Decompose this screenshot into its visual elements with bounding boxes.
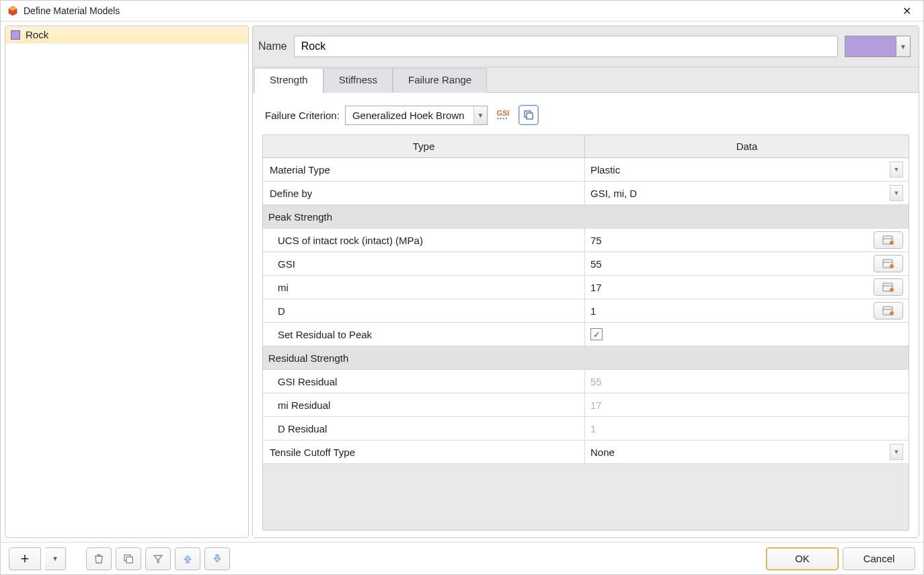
material-type-value[interactable]: Plastic bbox=[590, 164, 886, 176]
ucs-edit-button[interactable] bbox=[874, 231, 903, 249]
svg-point-6 bbox=[890, 241, 894, 245]
filter-button[interactable] bbox=[145, 547, 171, 570]
close-icon[interactable]: ✕ bbox=[897, 3, 917, 19]
column-header-data: Data bbox=[585, 135, 909, 158]
material-list[interactable]: Rock bbox=[5, 26, 249, 538]
cancel-button[interactable]: Cancel bbox=[843, 547, 915, 570]
material-item-label: Rock bbox=[26, 29, 48, 40]
tab-strength[interactable]: Strength bbox=[254, 68, 323, 93]
chevron-down-icon[interactable]: ▼ bbox=[896, 36, 911, 57]
svg-point-15 bbox=[890, 311, 894, 315]
chevron-down-icon[interactable]: ▼ bbox=[890, 161, 903, 178]
window-title: Define Material Models bbox=[24, 5, 120, 16]
material-item-rock[interactable]: Rock bbox=[5, 26, 248, 44]
mi-value[interactable]: 17 bbox=[590, 282, 870, 293]
row-label-d: D bbox=[263, 299, 585, 322]
ok-button[interactable]: OK bbox=[766, 547, 839, 570]
delete-button[interactable] bbox=[86, 547, 112, 570]
tab-failure-range[interactable]: Failure Range bbox=[393, 68, 487, 93]
row-label-gsi-residual: GSI Residual bbox=[263, 370, 585, 393]
failure-criterion-label: Failure Criterion: bbox=[265, 110, 340, 121]
title-bar: Define Material Models ✕ bbox=[1, 1, 923, 22]
d-residual-value: 1 bbox=[590, 423, 903, 434]
color-swatch bbox=[845, 36, 896, 57]
chevron-down-icon[interactable]: ▼ bbox=[473, 106, 487, 124]
color-picker[interactable]: ▼ bbox=[845, 36, 911, 57]
section-header-peak: Peak Strength bbox=[263, 205, 909, 228]
move-up-button[interactable] bbox=[175, 547, 200, 570]
row-label-mi-residual: mi Residual bbox=[263, 393, 585, 416]
row-label-material-type: Material Type bbox=[263, 158, 585, 181]
name-label: Name bbox=[258, 40, 287, 52]
row-label-gsi: GSI bbox=[263, 252, 585, 275]
d-edit-button[interactable] bbox=[874, 302, 903, 319]
tab-stiffness[interactable]: Stiffness bbox=[323, 68, 393, 93]
svg-point-12 bbox=[890, 288, 894, 292]
material-color-swatch bbox=[11, 30, 20, 40]
name-input[interactable] bbox=[294, 36, 838, 57]
row-label-d-residual: D Residual bbox=[263, 417, 585, 440]
add-button[interactable]: + bbox=[9, 547, 41, 570]
gsi-edit-button[interactable] bbox=[874, 255, 903, 272]
svg-rect-3 bbox=[527, 113, 533, 119]
section-header-residual: Residual Strength bbox=[263, 346, 909, 369]
row-label-define-by: Define by bbox=[263, 182, 585, 204]
mi-edit-button[interactable] bbox=[874, 278, 903, 296]
gsi-residual-value: 55 bbox=[590, 376, 903, 387]
mi-residual-value: 17 bbox=[590, 399, 903, 411]
row-label-ucs: UCS of intact rock (intact) (MPa) bbox=[263, 229, 585, 252]
row-label-set-residual: Set Residual to Peak bbox=[263, 323, 585, 346]
parameters-grid: Type Data Material Type Plastic ▼ Define… bbox=[262, 135, 909, 531]
duplicate-button[interactable] bbox=[116, 547, 141, 570]
ucs-value[interactable]: 75 bbox=[590, 235, 870, 246]
add-dropdown[interactable]: ▼ bbox=[45, 547, 66, 570]
set-residual-checkbox[interactable]: ✓ bbox=[590, 328, 603, 340]
column-header-type: Type bbox=[263, 135, 585, 158]
failure-criterion-select[interactable]: Generalized Hoek Brown ▼ bbox=[345, 106, 488, 125]
chevron-down-icon[interactable]: ▼ bbox=[890, 444, 903, 460]
move-down-button[interactable] bbox=[204, 547, 230, 570]
chevron-down-icon[interactable]: ▼ bbox=[890, 185, 903, 201]
copy-parameters-button[interactable] bbox=[518, 105, 539, 125]
app-icon bbox=[7, 5, 18, 16]
failure-criterion-value: Generalized Hoek Brown bbox=[346, 106, 473, 124]
svg-rect-17 bbox=[126, 557, 132, 563]
define-by-value[interactable]: GSI, mi, D bbox=[590, 188, 886, 199]
tab-strip: Strength Stiffness Failure Range bbox=[253, 67, 919, 92]
d-value[interactable]: 1 bbox=[590, 305, 870, 317]
gsi-value[interactable]: 55 bbox=[590, 258, 870, 270]
gsi-calculator-button[interactable]: GSI ▪▪▪▪ bbox=[493, 105, 513, 125]
footer-toolbar: + ▼ OK Cancel bbox=[1, 542, 923, 574]
row-label-mi: mi bbox=[263, 276, 585, 299]
tensile-cutoff-value[interactable]: None bbox=[590, 447, 886, 458]
svg-point-9 bbox=[890, 264, 894, 268]
row-label-tensile-cutoff: Tensile Cutoff Type bbox=[263, 440, 585, 463]
